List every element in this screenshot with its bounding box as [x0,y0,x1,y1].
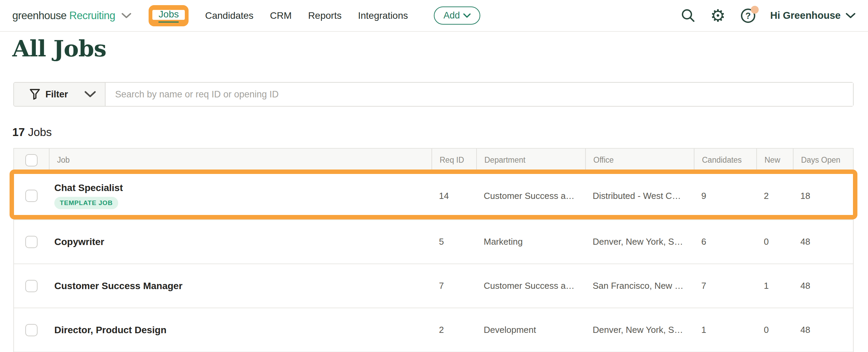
req-id-cell: 5 [431,236,476,247]
search-icon[interactable] [680,8,696,24]
funnel-icon [30,89,40,100]
days-open-cell: 48 [793,236,853,247]
office-cell: San Francisco, New … [585,281,694,291]
req-id-cell: 2 [431,325,476,335]
column-header-new[interactable]: New [756,149,793,172]
days-open-cell: 48 [793,281,853,291]
user-name: Hi Greenhouse [770,10,841,21]
column-header-office[interactable]: Office [585,149,694,172]
template-job-badge: TEMPLATE JOB [54,197,118,209]
primary-nav: Jobs Candidates CRM Reports Integrations [149,5,408,26]
days-open-cell: 18 [793,191,853,201]
department-cell: Customer Success a… [476,281,585,291]
department-cell: Customer Success a… [476,191,585,201]
job-title-link[interactable]: Copywriter [54,236,431,247]
jobs-count-number: 17 [12,126,25,138]
job-title-link[interactable]: Customer Success Manager [54,281,431,292]
chevron-down-icon [84,91,96,98]
job-title-link[interactable]: Director, Product Design [54,325,431,336]
candidates-cell: 7 [694,281,756,291]
row-checkbox[interactable] [25,324,38,336]
select-all-cell [14,149,49,172]
jobs-table: Job Req ID Department Office Candidates … [13,148,854,352]
logo-product-text: Recruiting [69,10,115,22]
candidates-cell: 1 [694,325,756,335]
filter-label: Filter [45,89,68,100]
office-cell: Denver, New York, S… [585,236,694,247]
jobs-tab-highlight-inner: Jobs [152,10,185,20]
table-header-row: Job Req ID Department Office Candidates … [14,149,853,172]
all-jobs-page: greenhouse Recruiting Jobs Candidates CR… [0,0,868,352]
filter-search-bar: Filter [13,82,854,107]
new-cell: 0 [756,325,793,335]
candidates-cell: 6 [694,236,756,247]
department-cell: Development [476,325,585,335]
req-id-cell: 7 [431,281,476,291]
user-menu[interactable]: Hi Greenhouse [770,10,856,21]
add-button[interactable]: Add [434,6,480,25]
logo-brand-text: greenhouse [12,10,67,22]
jobs-search-input[interactable] [106,83,853,106]
top-nav: greenhouse Recruiting Jobs Candidates CR… [0,0,868,32]
table-row[interactable]: Director, Product Design 2 Development D… [14,308,853,352]
row-checkbox[interactable] [25,190,38,202]
search-box [106,83,853,106]
column-header-req-id[interactable]: Req ID [431,149,476,172]
nav-right-cluster: ⚙ ? Hi Greenhouse [680,8,856,24]
candidates-cell: 9 [694,191,756,201]
filter-button[interactable]: Filter [14,83,106,106]
column-header-candidates[interactable]: Candidates [694,149,756,172]
row-checkbox[interactable] [25,280,38,292]
job-title-link[interactable]: Chat Specialist [54,182,431,193]
nav-item-candidates[interactable]: Candidates [205,10,253,21]
jobs-tab-highlight-annotation: Jobs [149,5,189,26]
jobs-count: 17 Jobs [12,126,52,139]
svg-text:?: ? [745,11,751,21]
select-all-checkbox[interactable] [25,154,38,166]
chevron-down-icon [845,13,856,19]
column-header-days-open[interactable]: Days Open [793,149,853,172]
nav-item-crm[interactable]: CRM [270,10,292,21]
page-title: All Jobs [12,35,106,62]
req-id-cell: 14 [431,191,476,201]
office-cell: Denver, New York, S… [585,325,694,335]
office-cell: Distributed - West C… [585,191,694,201]
table-row[interactable]: Chat Specialist TEMPLATE JOB 14 Customer… [14,172,853,220]
help-icon[interactable]: ? [740,8,756,24]
jobs-count-label: Jobs [28,126,52,138]
chevron-down-icon[interactable] [121,13,132,19]
nav-item-reports[interactable]: Reports [308,10,342,21]
table-row[interactable]: Customer Success Manager 7 Customer Succ… [14,264,853,308]
notification-dot [751,6,759,14]
new-cell: 2 [756,191,793,201]
column-header-job[interactable]: Job [49,149,431,172]
column-header-department[interactable]: Department [476,149,585,172]
days-open-cell: 48 [793,325,853,335]
gear-icon[interactable]: ⚙ [710,8,726,24]
nav-item-jobs[interactable]: Jobs [159,9,179,23]
add-button-label: Add [443,10,460,21]
department-cell: Marketing [476,236,585,247]
row-checkbox[interactable] [25,236,38,248]
table-row[interactable]: Copywriter 5 Marketing Denver, New York,… [14,220,853,264]
new-cell: 0 [756,236,793,247]
greenhouse-logo[interactable]: greenhouse Recruiting [12,10,132,22]
chevron-down-icon [463,13,471,18]
new-cell: 1 [756,281,793,291]
nav-item-integrations[interactable]: Integrations [358,10,408,21]
